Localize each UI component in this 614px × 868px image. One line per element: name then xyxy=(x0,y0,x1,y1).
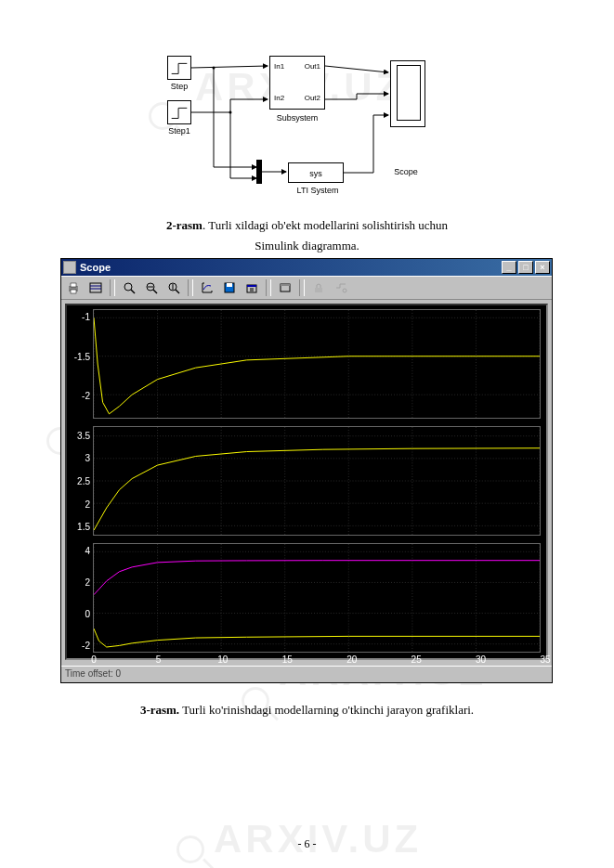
zoom-x-button[interactable] xyxy=(141,279,162,297)
minimize-button[interactable]: _ xyxy=(502,261,516,274)
lti-system-block-label: LTI System xyxy=(281,186,355,195)
chart-3-svg xyxy=(94,544,540,652)
figure2-caption-text: . Turli xildagi ob'ekt modellarini solis… xyxy=(202,218,448,232)
lti-system-block: sys xyxy=(288,162,344,183)
toolbar-separator xyxy=(299,279,305,296)
y-tick-label: 1.5 xyxy=(68,522,90,532)
step-block xyxy=(167,56,191,80)
svg-point-2 xyxy=(229,111,232,114)
svg-rect-24 xyxy=(281,284,290,286)
figure2-caption-bold: 2-rasm xyxy=(166,218,202,232)
svg-line-10 xyxy=(131,290,135,293)
figure2-caption-line1: 2-rasm. Turli xildagi ob'ekt modellarini… xyxy=(0,216,614,236)
svg-point-1 xyxy=(213,67,216,70)
scope-window: Scope _ □ × -1-1.5-2 3.532.521.5 420-205… xyxy=(60,258,553,683)
y-tick-label: -2 xyxy=(68,391,90,401)
figure3-caption-text: Turli ko'rinishdagi modellarning o'tkinc… xyxy=(179,703,474,717)
subplot-3[interactable]: 420-205101520253035 xyxy=(93,543,541,653)
x-tick-label: 10 xyxy=(214,654,232,665)
y-tick-label: 2.5 xyxy=(68,476,90,486)
maximize-button[interactable]: □ xyxy=(518,261,533,274)
figure2-caption-line2: Simulink diagramma. xyxy=(0,237,614,256)
toolbar-separator xyxy=(110,279,115,296)
subsystem-block: In1 Out1 In2 Out2 xyxy=(269,56,325,110)
svg-rect-25 xyxy=(315,288,322,292)
svg-rect-0 xyxy=(256,160,262,184)
chart-2-svg xyxy=(94,427,540,535)
x-tick-label: 0 xyxy=(85,654,103,665)
toolbar-separator xyxy=(266,279,271,296)
simulink-diagram: Step Step1 In1 Out1 In2 Out2 Subsystem s… xyxy=(167,56,446,204)
y-tick-label: -1 xyxy=(68,312,90,322)
svg-rect-4 xyxy=(71,283,76,287)
toolbar xyxy=(61,276,552,300)
svg-line-13 xyxy=(153,290,157,293)
y-tick-label: 4 xyxy=(68,546,90,556)
svg-line-16 xyxy=(176,290,179,293)
svg-point-26 xyxy=(343,289,346,292)
y-tick-label: 0 xyxy=(68,609,90,619)
svg-rect-18 xyxy=(227,283,232,287)
scope-block-label: Scope xyxy=(383,167,429,176)
page-number: - 6 - xyxy=(0,837,614,851)
window-title: Scope xyxy=(80,262,500,273)
autoscale-button[interactable] xyxy=(197,279,217,297)
zoom-y-button[interactable] xyxy=(163,279,184,297)
scope-block xyxy=(390,60,425,127)
port-in2-label: In2 xyxy=(274,94,284,102)
subplot-2[interactable]: 3.532.521.5 xyxy=(93,426,541,536)
titlebar: Scope _ □ × xyxy=(61,259,552,276)
y-tick-label: -1.5 xyxy=(68,352,90,362)
port-out2-label: Out2 xyxy=(305,94,320,102)
close-button[interactable]: × xyxy=(535,261,550,274)
svg-rect-5 xyxy=(71,290,76,293)
step1-block xyxy=(167,100,191,124)
floating-scope-button[interactable] xyxy=(275,279,295,297)
port-in1-label: In1 xyxy=(274,62,284,71)
statusbar: Time offset: 0 xyxy=(61,666,552,682)
x-tick-label: 35 xyxy=(536,654,555,665)
figure3-caption: 3-rasm. Turli ko'rinishdagi modellarning… xyxy=(0,701,614,720)
scope-window-icon xyxy=(63,261,76,274)
x-tick-label: 20 xyxy=(343,654,361,665)
scope-block-screen xyxy=(397,65,421,121)
y-tick-label: -2 xyxy=(68,641,90,651)
plot-area: -1-1.5-2 3.532.521.5 420-205101520253035 xyxy=(65,304,548,660)
subplot-1[interactable]: -1-1.5-2 xyxy=(93,309,541,419)
y-tick-label: 2 xyxy=(68,577,90,588)
x-tick-label: 15 xyxy=(278,654,296,665)
svg-rect-20 xyxy=(247,285,256,287)
print-button[interactable] xyxy=(63,279,84,297)
save-axes-button[interactable] xyxy=(219,279,240,297)
subsystem-block-label: Subsystem xyxy=(269,113,325,123)
chart-1-svg xyxy=(94,310,540,418)
restore-axes-button[interactable] xyxy=(242,279,262,297)
toolbar-separator xyxy=(188,279,193,296)
step1-block-label: Step1 xyxy=(161,126,198,136)
lock-axes-button[interactable] xyxy=(308,279,329,297)
signal-selection-button[interactable] xyxy=(331,279,351,297)
y-tick-label: 2 xyxy=(68,499,90,510)
parameters-button[interactable] xyxy=(85,279,106,297)
figure3-caption-bold: 3-rasm. xyxy=(140,703,179,717)
zoom-button[interactable] xyxy=(119,279,139,297)
step-block-label: Step xyxy=(161,82,198,91)
y-tick-label: 3 xyxy=(68,453,90,463)
y-tick-label: 3.5 xyxy=(68,431,90,441)
x-tick-label: 5 xyxy=(149,654,167,665)
port-out1-label: Out1 xyxy=(305,62,320,71)
svg-point-9 xyxy=(124,283,132,291)
x-tick-label: 25 xyxy=(407,654,425,665)
svg-rect-6 xyxy=(90,283,101,292)
x-tick-label: 30 xyxy=(472,654,490,665)
